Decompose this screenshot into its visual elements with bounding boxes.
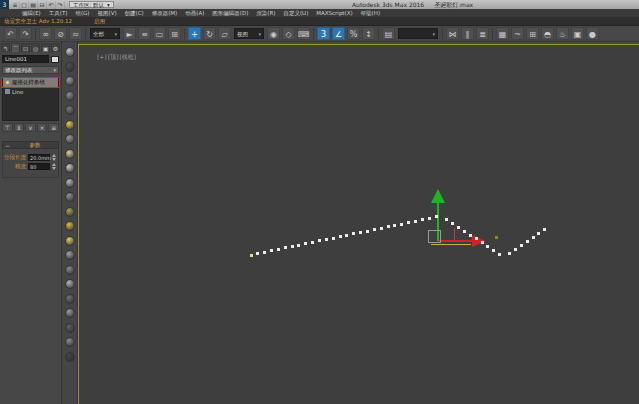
select-and-link-icon[interactable]: ∞ <box>39 27 52 40</box>
spline-vertex[interactable] <box>284 246 287 249</box>
graphite-ribbon-icon[interactable]: ▦ <box>496 27 509 40</box>
spline-vertex[interactable] <box>304 242 307 245</box>
viewport-menu[interactable]: [线框] <box>119 53 136 62</box>
menu-item[interactable]: 视图(V) <box>94 9 121 17</box>
spline-vertex[interactable] <box>498 253 501 256</box>
schematic-view-icon[interactable]: ⊞ <box>526 27 539 40</box>
tab-create[interactable]: ↰ <box>1 43 10 52</box>
curve-editor-icon[interactable]: ~ <box>511 27 524 40</box>
use-pivot-center-icon[interactable]: ◉ <box>267 27 280 40</box>
spline-vertex[interactable] <box>393 224 396 227</box>
spline-vertex[interactable] <box>339 235 342 238</box>
show-end-result-icon[interactable]: ⊻ <box>14 123 25 132</box>
menu-item[interactable]: 组(G) <box>71 9 93 17</box>
spline-vertex[interactable] <box>400 223 403 226</box>
workspace-combo[interactable]: 工作区: 默认 ▾ <box>69 1 114 8</box>
viewport-top-wireframe[interactable]: [+][顶][线框] <box>78 44 639 404</box>
menu-item[interactable]: 帮助(H) <box>357 9 384 17</box>
spline-vertex[interactable] <box>291 245 294 248</box>
gizmo-y-arrowhead-icon[interactable] <box>431 189 445 203</box>
spline-vertex[interactable] <box>318 239 321 242</box>
render-setup-icon[interactable]: ♨ <box>556 27 569 40</box>
material-editor-icon[interactable]: ◓ <box>541 27 554 40</box>
remove-modifier-icon[interactable]: × <box>37 123 48 132</box>
viewport-menu[interactable]: [+] <box>97 53 107 62</box>
spline-vertex[interactable] <box>359 231 362 234</box>
spline-vertex[interactable] <box>421 218 424 221</box>
side-tool-icon[interactable] <box>65 352 75 362</box>
spline-vertex[interactable] <box>414 220 417 223</box>
keyboard-override-icon[interactable]: ⌨ <box>297 27 310 40</box>
spline-vertex[interactable] <box>481 241 484 244</box>
side-tool-icon[interactable] <box>65 207 75 217</box>
select-and-move-icon[interactable]: + <box>188 27 201 40</box>
spline-vertex[interactable] <box>270 249 273 252</box>
spline-vertex[interactable] <box>373 228 376 231</box>
spline-vertex[interactable] <box>352 232 355 235</box>
spline-vertex[interactable] <box>263 251 266 254</box>
bind-to-space-warp-icon[interactable]: ≈ <box>69 27 82 40</box>
parameter-value-field[interactable]: 20.0mm <box>28 154 50 161</box>
spinner-control[interactable] <box>52 154 56 161</box>
side-tool-icon[interactable] <box>65 294 75 304</box>
spline-vertex[interactable] <box>526 240 529 243</box>
spline-vertex[interactable] <box>469 234 472 237</box>
modifier-list-dropdown[interactable]: 修改器列表 ▾ <box>2 66 59 74</box>
spline-vertex[interactable] <box>380 227 383 230</box>
tab-modify[interactable]: ⌒ <box>11 43 20 52</box>
spline-vertex[interactable] <box>387 225 390 228</box>
select-and-rotate-icon[interactable]: ↻ <box>203 27 216 40</box>
named-selection-sets-combo[interactable]: ▾ <box>398 28 438 39</box>
reference-coordinate-combo[interactable]: 视图▾ <box>234 28 264 39</box>
render-production-icon[interactable]: ● <box>586 27 599 40</box>
menu-item[interactable]: 编辑(E) <box>18 9 45 17</box>
plugin-action-button[interactable]: 启用 <box>94 18 105 25</box>
side-tool-icon[interactable] <box>65 105 75 115</box>
spline-vertex[interactable] <box>463 230 466 233</box>
window-crossing-icon[interactable]: ⊞ <box>168 27 181 40</box>
parameter-value-field[interactable]: 80 <box>28 163 50 170</box>
menu-item[interactable]: 渲染(R) <box>252 9 279 17</box>
select-by-name-icon[interactable]: ≡ <box>138 27 151 40</box>
object-color-swatch[interactable] <box>51 56 59 63</box>
side-tool-icon[interactable] <box>65 76 75 86</box>
stack-item[interactable]: Line <box>3 87 58 96</box>
viewport-menu[interactable]: [顶] <box>108 53 119 62</box>
spinner-control[interactable] <box>52 163 56 170</box>
tab-hierarchy[interactable]: ⊡ <box>21 43 30 52</box>
object-name-field[interactable]: Line001 <box>2 55 49 63</box>
angle-snap-icon[interactable]: ∠ <box>332 27 345 40</box>
spline-vertex[interactable] <box>520 244 523 247</box>
undo-icon[interactable]: ↶ <box>47 1 56 9</box>
gizmo-x-axis[interactable] <box>439 240 473 242</box>
align-icon[interactable]: ∥ <box>461 27 474 40</box>
spline-vertex[interactable] <box>508 252 511 255</box>
side-tool-icon[interactable] <box>65 308 75 318</box>
spline-vertex[interactable] <box>407 221 410 224</box>
spline-vertex[interactable] <box>325 238 328 241</box>
side-tool-icon[interactable] <box>65 91 75 101</box>
spline-vertex[interactable] <box>256 252 259 255</box>
spline-vertex[interactable] <box>445 218 448 221</box>
side-tool-icon[interactable] <box>65 47 75 57</box>
spline-vertex[interactable] <box>250 254 253 257</box>
menu-item[interactable]: 工具(T) <box>45 9 72 17</box>
menu-item[interactable]: 修改器(M) <box>148 9 182 17</box>
new-scene-icon[interactable]: ▢ <box>20 1 29 9</box>
menu-item[interactable]: 自定义(U) <box>279 9 312 17</box>
make-unique-icon[interactable]: ∨ <box>25 123 36 132</box>
side-tool-icon[interactable] <box>65 178 75 188</box>
spline-vertex[interactable] <box>428 217 431 220</box>
spline-vertex[interactable] <box>332 237 335 240</box>
app-menu-icon[interactable]: ≡ <box>11 1 20 9</box>
redo-icon[interactable]: ↷ <box>19 27 32 40</box>
rendered-frame-icon[interactable]: ▣ <box>571 27 584 40</box>
spline-vertex[interactable] <box>345 234 348 237</box>
spline-vertex[interactable] <box>366 230 369 233</box>
side-tool-icon[interactable] <box>65 192 75 202</box>
side-tool-icon[interactable] <box>65 221 75 231</box>
menu-item[interactable]: 动画(A) <box>181 9 208 17</box>
select-and-manipulate-icon[interactable]: ◇ <box>282 27 295 40</box>
spline-vertex[interactable] <box>514 248 517 251</box>
side-tool-icon[interactable] <box>65 323 75 333</box>
